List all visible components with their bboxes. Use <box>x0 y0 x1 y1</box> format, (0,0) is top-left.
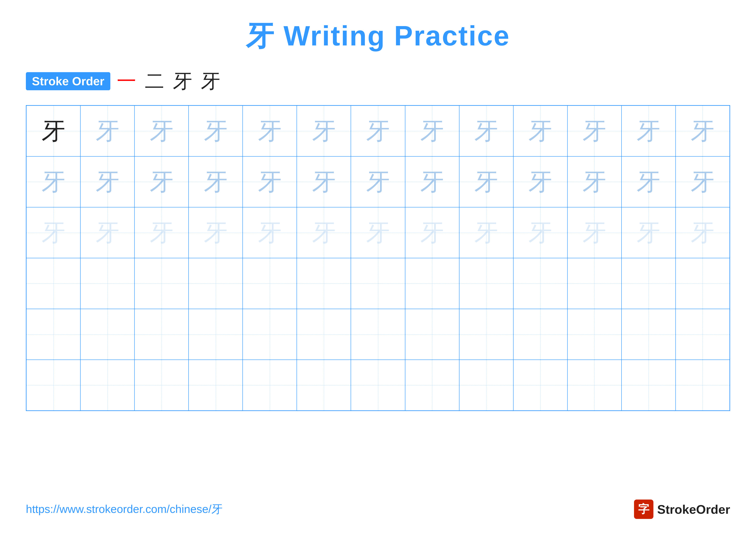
grid-cell[interactable]: 牙 <box>351 207 405 258</box>
grid-cell[interactable]: 牙 <box>676 156 730 207</box>
grid-cell[interactable] <box>243 309 297 360</box>
grid-cell[interactable] <box>189 309 243 360</box>
grid-char: 牙 <box>258 166 282 198</box>
grid-cell[interactable] <box>622 258 676 309</box>
grid-cell[interactable] <box>459 258 513 309</box>
grid-char: 牙 <box>582 166 606 198</box>
grid-cell[interactable] <box>243 360 297 411</box>
grid-cell[interactable] <box>26 360 80 411</box>
grid-cell[interactable]: 牙 <box>297 106 351 156</box>
grid-cell[interactable] <box>351 258 405 309</box>
grid-cell[interactable]: 牙 <box>567 207 622 258</box>
grid-char: 牙 <box>312 115 336 147</box>
grid-cell[interactable]: 牙 <box>243 106 297 156</box>
grid-cell[interactable] <box>351 360 405 411</box>
grid-cell[interactable] <box>134 309 189 360</box>
grid-char: 牙 <box>96 217 120 249</box>
grid-cell[interactable]: 牙 <box>459 207 513 258</box>
footer: https://www.strokeorder.com/chinese/牙 字 … <box>26 499 730 519</box>
stroke-step-3: 牙 <box>173 68 192 94</box>
grid-cell[interactable] <box>134 258 189 309</box>
grid-cell[interactable]: 牙 <box>513 207 567 258</box>
grid-cell[interactable] <box>297 309 351 360</box>
grid-cell[interactable] <box>80 360 134 411</box>
grid-cell[interactable] <box>567 309 622 360</box>
grid-char: 牙 <box>691 115 715 147</box>
grid-cell[interactable] <box>676 258 730 309</box>
grid-char: 牙 <box>96 166 120 198</box>
grid-char: 牙 <box>96 115 120 147</box>
grid-cell[interactable]: 牙 <box>622 106 676 156</box>
grid-char: 牙 <box>150 217 174 249</box>
grid-cell[interactable]: 牙 <box>297 207 351 258</box>
grid-cell[interactable] <box>134 360 189 411</box>
grid-char: 牙 <box>366 115 390 147</box>
stroke-order-badge: Stroke Order <box>26 72 110 90</box>
grid-cell[interactable]: 牙 <box>459 106 513 156</box>
grid-cell[interactable]: 牙 <box>405 106 459 156</box>
grid-cell[interactable]: 牙 <box>459 156 513 207</box>
grid-cell[interactable]: 牙 <box>243 207 297 258</box>
grid-cell[interactable] <box>513 309 567 360</box>
grid-cell[interactable]: 牙 <box>189 156 243 207</box>
grid-cell[interactable] <box>26 258 80 309</box>
grid-cell[interactable]: 牙 <box>134 156 189 207</box>
grid-cell[interactable] <box>459 360 513 411</box>
grid-cell[interactable] <box>513 360 567 411</box>
grid-cell[interactable] <box>351 309 405 360</box>
grid-cell[interactable] <box>567 360 622 411</box>
grid-cell[interactable] <box>405 360 459 411</box>
grid-char: 牙 <box>366 166 390 198</box>
grid-cell[interactable]: 牙 <box>26 156 80 207</box>
grid-cell[interactable]: 牙 <box>297 156 351 207</box>
grid-cell[interactable]: 牙 <box>134 106 189 156</box>
grid-cell[interactable]: 牙 <box>676 106 730 156</box>
footer-logo: 字 StrokeOrder <box>634 499 730 519</box>
grid-cell[interactable]: 牙 <box>567 106 622 156</box>
grid-cell[interactable] <box>676 360 730 411</box>
grid-cell[interactable]: 牙 <box>189 106 243 156</box>
grid-cell[interactable]: 牙 <box>80 106 134 156</box>
grid-cell[interactable] <box>622 360 676 411</box>
grid-cell[interactable]: 牙 <box>676 207 730 258</box>
grid-char: 牙 <box>528 217 552 249</box>
grid-cell[interactable]: 牙 <box>243 156 297 207</box>
grid-cell[interactable] <box>513 258 567 309</box>
grid-cell[interactable]: 牙 <box>80 207 134 258</box>
grid-cell[interactable] <box>567 258 622 309</box>
grid-char: 牙 <box>420 115 444 147</box>
grid-cell[interactable]: 牙 <box>189 207 243 258</box>
writing-grid[interactable]: 牙牙牙牙牙牙牙牙牙牙牙牙牙牙牙牙牙牙牙牙牙牙牙牙牙牙牙牙牙牙牙牙牙牙牙牙牙牙牙 <box>26 105 730 411</box>
grid-cell[interactable]: 牙 <box>351 156 405 207</box>
grid-char: 牙 <box>474 115 498 147</box>
grid-cell[interactable] <box>189 258 243 309</box>
grid-cell[interactable]: 牙 <box>513 156 567 207</box>
grid-char: 牙 <box>41 115 65 147</box>
grid-cell[interactable]: 牙 <box>80 156 134 207</box>
grid-cell[interactable] <box>26 309 80 360</box>
grid-cell[interactable] <box>189 360 243 411</box>
grid-cell[interactable] <box>459 309 513 360</box>
grid-cell[interactable] <box>80 258 134 309</box>
grid-cell[interactable]: 牙 <box>622 207 676 258</box>
grid-cell[interactable] <box>297 258 351 309</box>
grid-cell[interactable]: 牙 <box>26 106 80 156</box>
grid-char: 牙 <box>204 166 228 198</box>
grid-cell[interactable]: 牙 <box>513 106 567 156</box>
grid-cell[interactable] <box>243 258 297 309</box>
grid-cell[interactable] <box>80 309 134 360</box>
grid-cell[interactable]: 牙 <box>567 156 622 207</box>
grid-cell[interactable]: 牙 <box>405 207 459 258</box>
grid-char: 牙 <box>582 115 606 147</box>
grid-cell[interactable]: 牙 <box>351 106 405 156</box>
grid-cell[interactable] <box>622 309 676 360</box>
grid-char: 牙 <box>150 166 174 198</box>
grid-cell[interactable] <box>297 360 351 411</box>
grid-cell[interactable]: 牙 <box>26 207 80 258</box>
grid-cell[interactable] <box>405 258 459 309</box>
grid-cell[interactable]: 牙 <box>405 156 459 207</box>
grid-cell[interactable]: 牙 <box>134 207 189 258</box>
grid-cell[interactable] <box>676 309 730 360</box>
grid-cell[interactable] <box>405 309 459 360</box>
grid-cell[interactable]: 牙 <box>622 156 676 207</box>
